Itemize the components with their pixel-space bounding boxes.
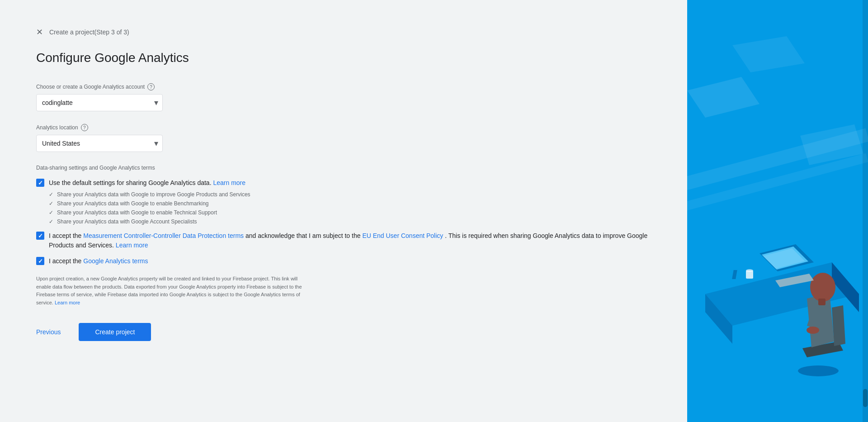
- page-title: Configure Google Analytics: [36, 51, 651, 65]
- sub-check-icon-3: ✓: [49, 209, 53, 216]
- svg-point-14: [810, 273, 835, 302]
- sub-items-list: ✓ Share your Analytics data with Google …: [49, 191, 651, 225]
- step-label: Create a project(Step 3 of 3): [49, 28, 129, 36]
- sub-item-1: ✓ Share your Analytics data with Google …: [49, 191, 651, 198]
- analytics-location-select[interactable]: United States: [36, 135, 163, 152]
- close-icon: ✕: [36, 27, 43, 37]
- checkbox3-label: I accept the Google Analytics terms: [49, 256, 148, 266]
- measurement-controller-link[interactable]: Measurement Controller-Controller Data P…: [83, 232, 244, 239]
- illustration-svg: [687, 0, 868, 422]
- close-step-header[interactable]: ✕ Create a project(Step 3 of 3): [36, 27, 651, 37]
- analytics-account-select-wrapper: codinglatte ▾: [36, 94, 163, 111]
- analytics-location-select-wrapper: United States ▾: [36, 135, 163, 152]
- svg-rect-15: [818, 299, 826, 305]
- analytics-account-help-icon[interactable]: ?: [147, 83, 155, 90]
- svg-point-20: [746, 269, 753, 272]
- left-panel: ✕ Create a project(Step 3 of 3) Configur…: [0, 0, 687, 422]
- data-sharing-title: Data-sharing settings and Google Analyti…: [36, 165, 651, 171]
- analytics-account-label: Choose or create a Google Analytics acco…: [36, 83, 651, 90]
- eu-consent-policy-link[interactable]: EU End User Consent Policy: [362, 232, 443, 239]
- checkbox2-label: I accept the Measurement Controller-Cont…: [49, 231, 651, 250]
- checkbox2[interactable]: ✓: [36, 232, 44, 240]
- sub-check-icon-1: ✓: [49, 191, 53, 198]
- checkbox3[interactable]: ✓: [36, 257, 44, 265]
- checkbox3-row: ✓ I accept the Google Analytics terms: [36, 256, 651, 266]
- checkbox1[interactable]: ✓: [36, 179, 44, 187]
- sub-item-4: ✓ Share your Analytics data with Google …: [49, 218, 651, 225]
- svg-point-10: [798, 365, 839, 376]
- sub-item-2: ✓ Share your Analytics data with Google …: [49, 200, 651, 207]
- disclaimer-text: Upon project creation, a new Google Anal…: [36, 275, 307, 307]
- analytics-account-select[interactable]: codinglatte: [36, 94, 163, 111]
- sub-check-icon-2: ✓: [49, 200, 53, 207]
- svg-point-17: [807, 327, 819, 334]
- svg-rect-24: [863, 0, 868, 422]
- checkbox2-learn-more-link[interactable]: Learn more: [116, 242, 148, 249]
- checkbox2-row: ✓ I accept the Measurement Controller-Co…: [36, 231, 651, 250]
- sub-item-3: ✓ Share your Analytics data with Google …: [49, 209, 651, 216]
- checkbox1-row: ✓ Use the default settings for sharing G…: [36, 178, 651, 188]
- checkbox3-check-icon: ✓: [38, 258, 43, 265]
- previous-button[interactable]: Previous: [36, 325, 61, 339]
- analytics-location-section: Analytics location ? United States ▾: [36, 124, 651, 152]
- checkbox2-check-icon: ✓: [38, 232, 43, 239]
- analytics-location-label: Analytics location ?: [36, 124, 651, 131]
- analytics-location-help-icon[interactable]: ?: [81, 124, 88, 131]
- right-panel: [687, 0, 868, 422]
- google-analytics-terms-link[interactable]: Google Analytics terms: [83, 257, 148, 265]
- checkbox1-check-icon: ✓: [38, 180, 43, 186]
- analytics-account-section: Choose or create a Google Analytics acco…: [36, 83, 651, 111]
- footer-buttons: Previous Create project: [36, 323, 651, 341]
- checkbox1-learn-more-link[interactable]: Learn more: [213, 179, 245, 186]
- create-project-button[interactable]: Create project: [79, 323, 151, 341]
- checkbox1-label: Use the default settings for sharing Goo…: [49, 178, 245, 188]
- svg-rect-25: [863, 389, 868, 407]
- sub-check-icon-4: ✓: [49, 218, 53, 225]
- disclaimer-learn-more-link[interactable]: Learn more: [55, 300, 80, 305]
